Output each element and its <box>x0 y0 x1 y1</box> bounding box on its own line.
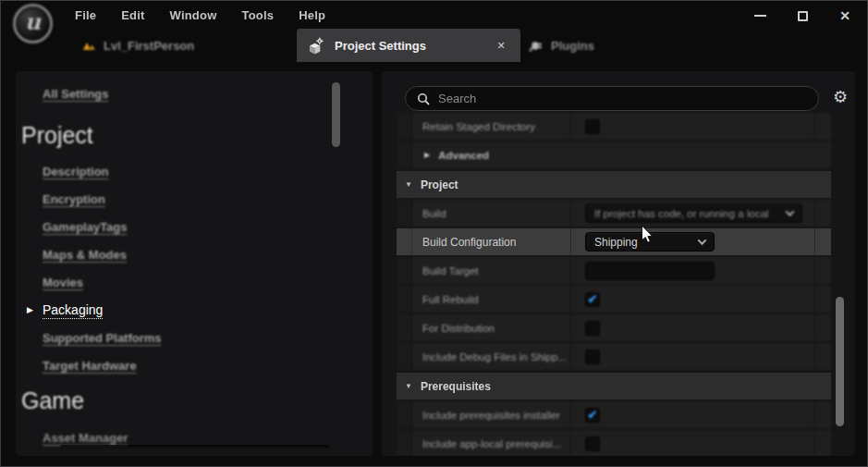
settings-sidebar: All Settings Project Description Encrypt… <box>16 71 373 456</box>
settings-gear-button[interactable] <box>830 87 850 107</box>
sidebar-item-encryption[interactable]: Encryption <box>43 192 105 206</box>
window-controls <box>747 6 858 25</box>
row-value-cell: Shipping <box>570 228 814 255</box>
settings-row-for-distribution: For Distribution <box>397 314 831 341</box>
settings-row-full-rebuild: Full Rebuild <box>397 286 831 313</box>
chevron-down-icon <box>698 236 707 245</box>
row-reset-cell <box>814 286 831 313</box>
tab-plugins[interactable]: Plugins <box>528 29 594 62</box>
tab-label: Plugins <box>551 39 594 53</box>
retain-staged-directory-checkbox[interactable] <box>585 119 600 134</box>
sidebar-item-movies[interactable]: Movies <box>43 276 83 289</box>
row-indent-gutter <box>397 113 412 140</box>
plugin-icon <box>528 38 544 54</box>
minimize-icon <box>754 15 766 17</box>
sidebar-item-supported-platforms[interactable]: Supported Platforms <box>43 331 162 345</box>
row-value-cell <box>570 257 814 284</box>
row-label: Build Configuration <box>412 236 570 249</box>
row-reset-cell <box>814 430 831 456</box>
chevron-down-icon <box>786 207 795 216</box>
include-prerequisites-installer-checkbox[interactable] <box>585 408 600 423</box>
row-value-cell <box>570 113 814 140</box>
row-indent-gutter <box>397 257 412 284</box>
menu-item-help[interactable]: Help <box>299 8 325 22</box>
settings-row-retain-staged-directory: Retain Staged Directory <box>397 113 831 140</box>
gear-icon <box>833 87 848 107</box>
row-indent-gutter <box>397 401 412 428</box>
row-indent-gutter <box>397 228 412 255</box>
sidebar-item-target-hardware[interactable]: Target Hardware <box>43 359 137 373</box>
tab-project-settings[interactable]: Project Settings <box>297 29 520 62</box>
row-reset-cell <box>814 343 831 370</box>
row-value-cell <box>570 286 814 313</box>
row-reset-cell <box>814 200 831 227</box>
sidebar-item-description[interactable]: Description <box>43 165 109 178</box>
expander-expanded-icon[interactable] <box>405 180 412 189</box>
expander-expanded-icon[interactable] <box>405 382 412 390</box>
include-app-local-prerequisites-checkbox[interactable] <box>585 436 600 451</box>
row-indent-gutter <box>397 286 412 313</box>
settings-panel: Retain Staged Directory Advanced Project… <box>382 71 855 456</box>
mouse-cursor <box>639 226 655 244</box>
menu-item-edit[interactable]: Edit <box>121 8 144 22</box>
full-rebuild-checkbox[interactable] <box>585 292 600 307</box>
section-header-prerequisites[interactable]: Prerequisites <box>397 373 831 399</box>
row-label: Build Target <box>412 265 570 277</box>
tab-close-button[interactable] <box>493 37 509 54</box>
search-bar[interactable] <box>405 86 819 111</box>
menu-item-tools[interactable]: Tools <box>241 8 274 22</box>
row-label: Build <box>412 208 570 219</box>
settings-row-build: Build If project has code, or running a … <box>397 200 831 227</box>
row-reset-cell <box>814 228 831 255</box>
row-reset-cell <box>814 113 831 140</box>
settings-rows: Retain Staged Directory Advanced Project… <box>397 113 831 456</box>
include-debug-files-checkbox[interactable] <box>585 350 600 364</box>
menu-item-file[interactable]: File <box>75 8 96 22</box>
for-distribution-checkbox[interactable] <box>585 321 600 336</box>
title-bar: u File Edit Window Tools Help <box>1 1 867 29</box>
sidebar-item-maps-modes[interactable]: Maps & Modes <box>43 248 127 262</box>
sidebar-item-gameplaytags[interactable]: GameplayTags <box>43 220 128 234</box>
row-label: For Distribution <box>412 323 570 334</box>
row-reset-cell <box>814 257 831 284</box>
settings-row-advanced[interactable]: Advanced <box>397 141 831 168</box>
sidebar-item-asset-manager[interactable]: Asset Manager <box>43 431 128 445</box>
row-indent-gutter <box>397 314 412 341</box>
settings-row-include-prerequisites-installer: Include prerequisites installer <box>397 401 831 428</box>
row-indent-gutter <box>397 200 412 227</box>
expander-collapsed-icon[interactable] <box>424 151 430 159</box>
settings-row-build-configuration: Build Configuration Shipping <box>397 228 831 255</box>
maximize-icon <box>798 11 808 21</box>
tab-bar: Lvl_FirstPerson Project Settings <box>1 29 867 62</box>
build-dropdown[interactable]: If project has code, or running a local <box>585 203 802 223</box>
section-header-project[interactable]: Project <box>397 171 831 198</box>
search-icon <box>417 92 430 105</box>
sidebar-scrollbar-thumb[interactable] <box>332 82 340 147</box>
window-maximize-button[interactable] <box>789 6 815 25</box>
row-label: Include prerequisites installer <box>412 410 570 421</box>
settings-scrollbar-thumb[interactable] <box>836 297 844 426</box>
window-close-button[interactable] <box>832 6 858 25</box>
window-minimize-button[interactable] <box>747 6 773 25</box>
section-label: Prerequisites <box>421 380 491 393</box>
menu-item-window[interactable]: Window <box>170 8 217 22</box>
settings-row-include-app-local-prerequisites: Include app-local prerequisi... <box>397 430 831 456</box>
sidebar-item-all-settings[interactable]: All Settings <box>43 87 109 101</box>
sidebar-heading-project: Project <box>21 122 93 149</box>
unreal-engine-logo-icon[interactable]: u <box>13 4 53 43</box>
row-reset-cell <box>814 401 831 428</box>
tab-level-lvl-firstperson[interactable]: Lvl_FirstPerson <box>82 29 194 62</box>
row-label: Include app-local prerequisi... <box>412 438 570 449</box>
settings-row-build-target: Build Target <box>397 257 831 284</box>
sidebar-item-packaging[interactable]: Packaging <box>43 302 103 319</box>
level-icon <box>82 39 96 53</box>
row-label: Advanced <box>438 150 489 161</box>
settings-row-include-debug-files: Include Debug Files in Shipp... <box>397 343 831 370</box>
row-value-cell <box>570 401 814 428</box>
row-reset-cell <box>814 314 831 341</box>
selected-item-arrow-icon <box>27 305 33 314</box>
build-target-input[interactable] <box>585 262 715 280</box>
search-input[interactable] <box>438 92 807 105</box>
menu-bar: File Edit Window Tools Help <box>75 8 325 22</box>
unreal-editor-window: u File Edit Window Tools Help Lvl_FirstP… <box>0 0 868 467</box>
